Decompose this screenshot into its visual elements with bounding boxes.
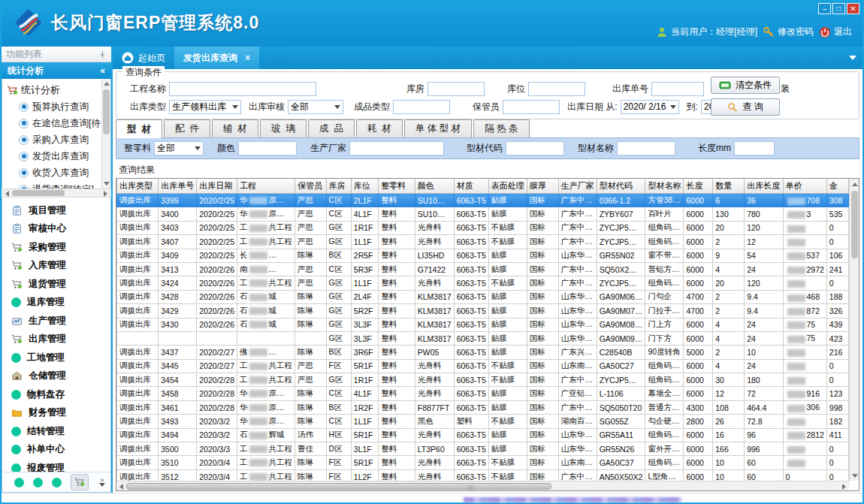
table-row[interactable]: 调拨出库34452020/2/27工共工程严思F区5R1F整料光身料6063-T…: [117, 359, 849, 373]
column-header[interactable]: 库位: [351, 179, 378, 194]
module-dot-icon[interactable]: [14, 478, 24, 487]
scroll-down-icon[interactable]: [852, 474, 858, 478]
location-input[interactable]: [528, 82, 585, 96]
tree-root-node[interactable]: 统计分析: [7, 82, 109, 98]
material-tab-4[interactable]: 玻 璃: [260, 119, 307, 137]
length-input[interactable]: [734, 141, 775, 155]
table-row[interactable]: G区3L3F整料KLM38176063-T5贴膜国标山东华…GA90M09…门下…: [117, 331, 849, 345]
scrollbar-thumb[interactable]: [126, 483, 551, 490]
close-button[interactable]: ✕: [847, 3, 859, 14]
scrollbar-thumb[interactable]: [103, 89, 110, 134]
material-tab-7[interactable]: 单 体 型 材: [404, 119, 472, 137]
sidebar-item-生产管理[interactable]: 生产管理: [2, 312, 110, 330]
scrollbar-thumb[interactable]: [851, 191, 858, 258]
column-header[interactable]: 表面处理: [488, 179, 527, 194]
sidebar-item-退货管理[interactable]: 退货管理: [2, 275, 110, 294]
tree-vertical-scrollbar[interactable]: [101, 79, 110, 189]
column-header[interactable]: 长度: [684, 179, 713, 194]
tree-item[interactable]: 预算执行查询: [7, 98, 109, 115]
profile-name-input[interactable]: [617, 141, 675, 155]
material-tab-8[interactable]: 隔 热 条: [473, 119, 529, 137]
scrollbar-thumb[interactable]: [12, 190, 65, 196]
tab-list-dropdown-icon[interactable]: [849, 56, 856, 60]
tree-item[interactable]: 退货查询[待定]: [7, 181, 109, 189]
search-button[interactable]: 查 询: [711, 98, 780, 116]
scroll-left-icon[interactable]: [119, 484, 123, 490]
column-header[interactable]: 生产厂家: [558, 179, 597, 194]
sidebar-item-采购管理[interactable]: 采购管理: [2, 238, 110, 257]
tree-item[interactable]: 采购入库查询: [7, 131, 109, 148]
material-tab-6[interactable]: 耗 材: [356, 119, 403, 137]
sidebar-item-出库管理[interactable]: 出库管理: [2, 330, 110, 349]
order-no-input[interactable]: [651, 82, 704, 96]
material-tab-5[interactable]: 成 品: [308, 119, 355, 137]
pin-icon[interactable]: [98, 50, 107, 59]
sidebar-item-仓储管理[interactable]: 仓储管理: [2, 367, 110, 386]
profile-code-input[interactable]: [506, 141, 564, 155]
scroll-up-icon[interactable]: [104, 82, 110, 86]
table-vertical-scrollbar[interactable]: [849, 179, 859, 481]
table-horizontal-scrollbar[interactable]: |||: [116, 481, 849, 490]
column-header[interactable]: 库房: [326, 179, 351, 194]
table-row[interactable]: 调拨出库34282020/2/26石城陈琳G区2L4F整料KLM38176063…: [117, 290, 849, 303]
tab-outbound-query[interactable]: 发货出库查询 ×: [174, 47, 259, 69]
collapse-icon[interactable]: «: [100, 65, 105, 76]
table-row[interactable]: 调拨出库34542020/2/28工共工程严思G区1R1F整料光身料6063-T…: [117, 373, 849, 387]
module-dot-icon[interactable]: [52, 478, 62, 487]
tree-item[interactable]: 发货出库查询: [7, 148, 109, 164]
sidebar-item-退库管理[interactable]: 退库管理: [2, 294, 110, 312]
table-row[interactable]: 调拨出库34132020/2/26南…严思C区5R3F整料G714226063-…: [117, 262, 849, 276]
tree-item[interactable]: 在途信息查询[待: [7, 115, 109, 131]
column-header[interactable]: 整零料: [379, 179, 415, 194]
table-row[interactable]: 调拨出库34942020/3/2石辉城汤伟H区5R1F整料光身料6063-T5贴…: [117, 428, 849, 442]
sidebar-panel-title[interactable]: 统计分析 «: [2, 62, 111, 79]
scroll-right-icon[interactable]: [104, 191, 107, 197]
table-row[interactable]: 调拨出库34582020/2/28华原…陈琳C区4L1F整料光身料6063-T5…: [117, 387, 849, 400]
date-from-picker[interactable]: 2020/ 2/16: [621, 100, 679, 114]
column-header[interactable]: 出库类型: [117, 179, 159, 194]
column-header[interactable]: 出库单号: [159, 179, 197, 194]
factory-input[interactable]: [349, 141, 444, 155]
column-header[interactable]: 膜厚: [527, 179, 558, 194]
out-audit-select[interactable]: 全部: [288, 100, 343, 114]
sidebar-item-补单中心[interactable]: 补单中心: [2, 441, 110, 460]
table-row[interactable]: 调拨出库34002020/2/25华原…严思C区4L1F整料SU10…6063-…: [117, 207, 849, 221]
keeper-input[interactable]: [503, 100, 560, 114]
material-tab-1[interactable]: 型 材: [116, 119, 162, 138]
column-header[interactable]: 金: [826, 179, 848, 194]
sidebar-item-项目管理[interactable]: 项目管理: [2, 201, 110, 220]
scroll-up-icon[interactable]: [852, 183, 858, 186]
material-tab-3[interactable]: 辅 材: [212, 119, 258, 137]
table-row[interactable]: 调拨出库34072020/2/25工共工程严思G区1L1F整料光身料6063-T…: [117, 235, 849, 249]
table-row[interactable]: 调拨出库34092020/2/25长…陈琳B区2R5F整料LI35HD6063-…: [117, 249, 849, 262]
column-header[interactable]: 保管员: [295, 179, 327, 194]
table-row[interactable]: 调拨出库33992020/2/25华原…严思C区2L1F整料SU10…6063-…: [117, 194, 849, 207]
sidebar-item-入库管理[interactable]: 入库管理: [2, 257, 110, 276]
statistics-module-button[interactable]: [71, 474, 89, 490]
tree-item[interactable]: 收货入库查询: [7, 164, 109, 181]
sidebar-item-工地管理[interactable]: 工地管理: [2, 349, 110, 367]
sidebar-item-财务管理[interactable]: 财务管理: [2, 404, 110, 423]
scroll-down-icon[interactable]: [104, 182, 110, 186]
sidebar-item-审核中心[interactable]: 审核中心: [2, 220, 110, 239]
table-row[interactable]: 调拨出库35102020/3/4工共工程陈琳F区5R1F整料光身料6063-T5…: [117, 456, 849, 469]
scroll-left-icon[interactable]: [5, 191, 9, 197]
table-row[interactable]: 调拨出库34612020/2/28华原…陈琳B区1R2F整料F8877FT606…: [117, 400, 849, 414]
table-row[interactable]: 调拨出库34242020/2/26工共工程严思G区1L1F整料光身料6063-T…: [117, 276, 849, 290]
clear-conditions-button[interactable]: 清空条件: [711, 77, 780, 94]
out-type-select[interactable]: 生产领料出库: [169, 100, 241, 114]
project-name-input[interactable]: [169, 82, 316, 96]
sidebar-item-报废管理[interactable]: 报废管理: [2, 459, 110, 472]
column-header[interactable]: 工程: [237, 179, 295, 194]
table-row[interactable]: 调拨出库35122020/3/4工共工程陈琳F区1L2F整料光身料6063-T5…: [117, 469, 849, 481]
column-header[interactable]: 单价: [783, 179, 826, 194]
tree-horizontal-scrollbar[interactable]: [2, 189, 110, 198]
table-row[interactable]: 调拨出库34032020/2/25工共工程严思G区1R1F整料光身料6063-T…: [117, 221, 849, 234]
tab-close-icon[interactable]: ×: [245, 53, 250, 63]
product-type-input[interactable]: [393, 100, 450, 114]
table-row[interactable]: 调拨出库34932020/3/2华原…陈琳C区1L1F整料黑色塑料不贴膜国标湖南…: [117, 415, 849, 428]
warehouse-input[interactable]: [427, 82, 485, 96]
scroll-right-icon[interactable]: [842, 484, 846, 490]
minimize-button[interactable]: –: [818, 3, 831, 14]
column-header[interactable]: 型材代码: [597, 179, 645, 194]
